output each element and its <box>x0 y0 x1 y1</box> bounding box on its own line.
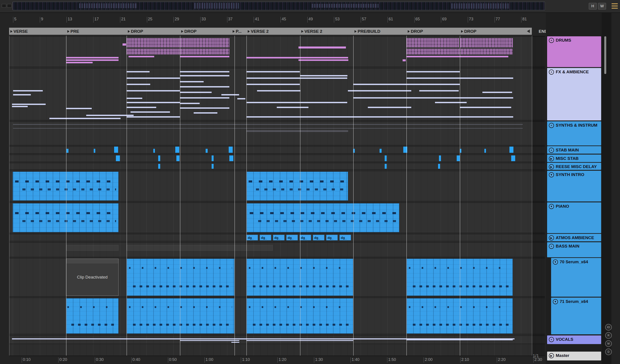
clip-fx-line[interactable] <box>180 97 229 99</box>
locator-flag[interactable]: DROP <box>128 28 143 34</box>
clip-fx-line[interactable] <box>247 84 300 85</box>
clip-tick[interactable] <box>206 149 208 153</box>
clip-fx-line[interactable] <box>49 118 121 119</box>
clip-fx-line[interactable] <box>66 108 92 109</box>
track-header-synth-intro[interactable]: ▼SYNTH INTRO <box>547 171 601 202</box>
locator-flag[interactable]: DROP <box>408 28 423 34</box>
clip-fx-line[interactable] <box>231 342 239 343</box>
clip-bass[interactable] <box>247 298 353 334</box>
clip-tick[interactable] <box>116 155 120 161</box>
clip-fx-line[interactable] <box>368 107 411 108</box>
clip-tick[interactable] <box>158 155 160 161</box>
clip-fx-line[interactable] <box>126 71 150 73</box>
clip-fx-line[interactable] <box>180 107 229 109</box>
clip-tick[interactable] <box>175 146 179 153</box>
clip-ghost-block[interactable] <box>66 245 119 251</box>
track-header-drums[interactable]: ≡DRUMS <box>547 36 601 67</box>
clip-drum-line[interactable] <box>247 57 348 58</box>
clip-tick[interactable] <box>385 155 387 161</box>
track-header-serum-70[interactable]: ▼70 Serum_x64 <box>551 258 601 297</box>
clip-mini[interactable]: dg_ <box>340 235 351 240</box>
panel-icon-m[interactable]: M <box>605 340 612 347</box>
group-track-icon[interactable]: ≡ <box>549 337 554 342</box>
locator-flag[interactable]: VERSE 2 <box>301 28 322 34</box>
clip-deact[interactable]: Clip Deactivated <box>66 259 119 296</box>
clip-tick[interactable] <box>484 149 486 153</box>
locator-flag[interactable]: DROP <box>461 28 476 34</box>
clip-tick[interactable] <box>94 149 95 153</box>
clip-fx-line[interactable] <box>419 90 459 91</box>
clip-bass[interactable] <box>406 298 513 334</box>
clip-bass[interactable] <box>126 298 234 334</box>
track-header-piano[interactable]: ▼PIANO <box>547 202 601 233</box>
clip-fx-line[interactable] <box>180 81 204 82</box>
clip-ghost[interactable] <box>13 128 523 129</box>
clip-fx-line[interactable] <box>221 94 239 95</box>
clip-fx-line[interactable] <box>257 90 300 91</box>
clip-fx-line[interactable] <box>247 340 353 341</box>
clip-midi[interactable] <box>247 203 399 232</box>
track-header-vocals[interactable]: ≡VOCALS <box>547 335 601 344</box>
clip-fx-line[interactable] <box>180 86 229 87</box>
clip-fx-line[interactable] <box>247 71 300 73</box>
clip-tick[interactable] <box>229 155 233 161</box>
hamburger-icon[interactable] <box>612 3 618 9</box>
panel-icon-d[interactable]: D <box>605 349 612 355</box>
clip-fx-line[interactable] <box>126 84 150 85</box>
clip-tick[interactable] <box>153 149 155 153</box>
clip-tick[interactable] <box>229 146 233 153</box>
clip-fx-line[interactable] <box>130 111 170 113</box>
clip-drum-line[interactable] <box>128 56 154 57</box>
clip-drum-dense[interactable] <box>180 38 229 47</box>
clip-tick[interactable] <box>158 164 160 169</box>
window-control-icon[interactable] <box>7 4 12 8</box>
scrollbar-handle[interactable] <box>604 36 606 74</box>
track-header-bass-main[interactable]: ≡BASS MAIN <box>547 242 601 257</box>
group-track-icon[interactable]: ≡ <box>549 148 554 153</box>
clip-mini[interactable]: dg_ <box>313 235 325 240</box>
clip-fx-line[interactable] <box>300 75 347 76</box>
clip-fx-line[interactable] <box>348 90 411 91</box>
scrub-bar[interactable] <box>9 28 532 35</box>
clip-fx-line[interactable] <box>180 75 229 76</box>
clip-fx-line[interactable] <box>237 98 245 99</box>
clip-fx-line[interactable] <box>13 90 43 91</box>
clip-drum-line[interactable] <box>403 59 406 61</box>
clip-ghost[interactable] <box>13 124 523 125</box>
clip-drum-line[interactable] <box>66 59 119 61</box>
clip-tick[interactable] <box>66 149 68 153</box>
fold-track-icon[interactable]: ▼ <box>553 260 558 265</box>
clip-ghost[interactable] <box>247 130 348 132</box>
track-header-serum-71[interactable]: ▼71 Serum_x64 <box>551 298 601 334</box>
track-lane-fx-ambience[interactable] <box>9 68 545 120</box>
clip-fx-line[interactable] <box>180 92 212 93</box>
clip-tick[interactable] <box>212 164 214 169</box>
track-header-synths-instruments[interactable]: ≡SYNTHS & INSTRUM <box>547 121 601 146</box>
clip-fx-line[interactable] <box>435 102 467 103</box>
clip-fx-line[interactable] <box>180 103 200 104</box>
hear-button[interactable]: H <box>589 3 597 10</box>
clip-mini[interactable]: dg_ <box>286 235 298 240</box>
clip-bass[interactable] <box>66 298 119 334</box>
arrangement-overview[interactable] <box>13 2 545 10</box>
clip-fx-line[interactable] <box>353 84 407 85</box>
panel-icon-io[interactable]: IO <box>605 324 612 331</box>
play-track-icon[interactable]: ▶ <box>549 164 554 169</box>
clip-fx-line[interactable] <box>12 106 28 107</box>
track-header-reese-misc-delay[interactable]: ▶REESE MISC DELAY <box>547 163 601 170</box>
clip-midi[interactable] <box>13 203 119 232</box>
track-header-fx-ambience[interactable]: ≡FX & AMBIENCE <box>547 68 601 120</box>
clip-fx-line[interactable] <box>353 97 407 99</box>
clip-tick[interactable] <box>510 146 513 153</box>
clip-bass[interactable] <box>406 259 513 296</box>
locator-flag[interactable]: PRE <box>67 28 79 34</box>
track-header-atmos-ambience[interactable]: ▶ATMOS AMBIENCE <box>547 234 601 241</box>
clip-tick[interactable] <box>114 146 118 153</box>
clip-drum-dense[interactable] <box>126 49 180 55</box>
track-lane-misc-stab[interactable] <box>9 155 545 162</box>
clip-fx-line[interactable] <box>406 71 460 73</box>
clip-fx-line[interactable] <box>126 98 142 99</box>
clip-midi[interactable] <box>247 172 348 201</box>
clip-drum-dense[interactable] <box>406 49 513 55</box>
fold-track-icon[interactable]: ▼ <box>553 299 558 304</box>
